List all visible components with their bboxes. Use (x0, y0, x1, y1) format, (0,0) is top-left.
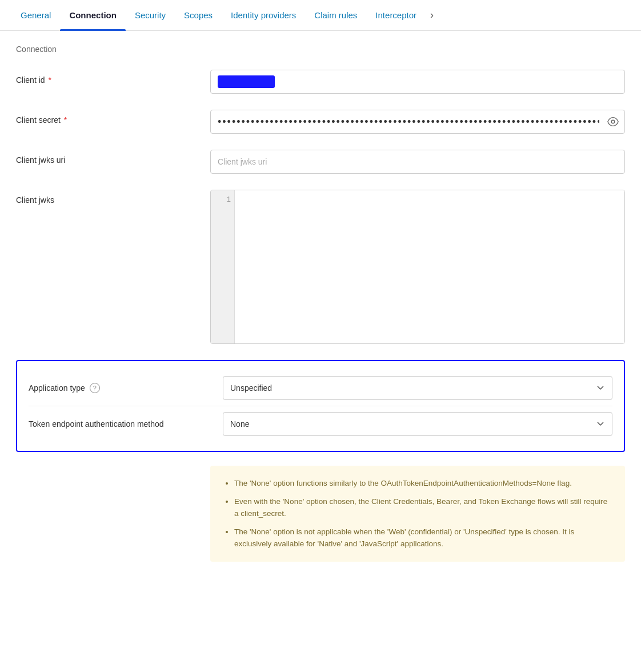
client-jwks-uri-row: Client jwks uri (16, 150, 625, 174)
client-secret-row: Client secret * (16, 110, 625, 134)
client-secret-control (210, 110, 625, 134)
client-jwks-uri-input[interactable] (210, 150, 625, 174)
token-endpoint-auth-row: Token endpoint authentication method Non… (29, 406, 612, 442)
tab-security[interactable]: Security (126, 0, 175, 31)
info-item-2: Even with the 'None' option chosen, the … (234, 495, 611, 520)
application-type-row: Application type ? Unspecified Web Nativ… (29, 370, 612, 406)
client-secret-label: Client secret * (16, 110, 210, 125)
section-label: Connection (16, 45, 625, 54)
tab-scopes[interactable]: Scopes (175, 0, 222, 31)
application-type-select[interactable]: Unspecified Web Native JavaScript (223, 376, 612, 400)
client-id-input[interactable] (210, 70, 625, 94)
client-jwks-uri-control (210, 150, 625, 174)
tab-claim-rules[interactable]: Claim rules (305, 0, 366, 31)
client-jwks-uri-label: Client jwks uri (16, 150, 210, 165)
client-secret-input[interactable] (210, 110, 625, 134)
blue-section: Application type ? Unspecified Web Nativ… (16, 360, 625, 452)
secret-field-wrap (210, 110, 625, 134)
tab-connection[interactable]: Connection (60, 0, 126, 31)
client-jwks-row: Client jwks 1 (16, 190, 625, 344)
required-star-secret: * (64, 115, 67, 125)
application-type-label: Application type ? (29, 383, 223, 393)
info-box: The 'None' option functions similarly to… (210, 466, 625, 562)
svg-point-0 (611, 120, 615, 123)
more-tabs-chevron[interactable]: › (430, 9, 434, 21)
token-endpoint-auth-label: Token endpoint authentication method (29, 419, 223, 429)
jwks-textarea[interactable] (235, 190, 624, 343)
client-id-row: Client id * (16, 70, 625, 94)
info-item-3: The 'None' option is not applicable when… (234, 526, 611, 550)
client-id-label: Client id * (16, 70, 210, 85)
client-id-control (210, 70, 625, 94)
token-endpoint-auth-select[interactable]: None client_secret_basic client_secret_p… (223, 412, 612, 436)
eye-icon (607, 115, 619, 128)
info-item-1: The 'None' option functions similarly to… (234, 477, 611, 490)
client-jwks-control: 1 (210, 190, 625, 344)
tab-interceptor[interactable]: Interceptor (366, 0, 426, 31)
tab-identity-providers[interactable]: Identity providers (222, 0, 305, 31)
line-numbers: 1 (211, 190, 235, 343)
required-star: * (49, 75, 51, 85)
secret-toggle-button[interactable] (607, 115, 619, 128)
application-type-help-icon[interactable]: ? (90, 383, 100, 393)
client-jwks-label: Client jwks (16, 190, 210, 205)
info-list: The 'None' option functions similarly to… (224, 477, 611, 550)
client-id-value-block (218, 75, 275, 88)
page-content: Connection Client id * Client secret * (0, 31, 641, 575)
jwks-editor: 1 (210, 190, 625, 344)
tab-bar: General Connection Security Scopes Ident… (0, 0, 641, 31)
tab-general[interactable]: General (11, 0, 60, 31)
